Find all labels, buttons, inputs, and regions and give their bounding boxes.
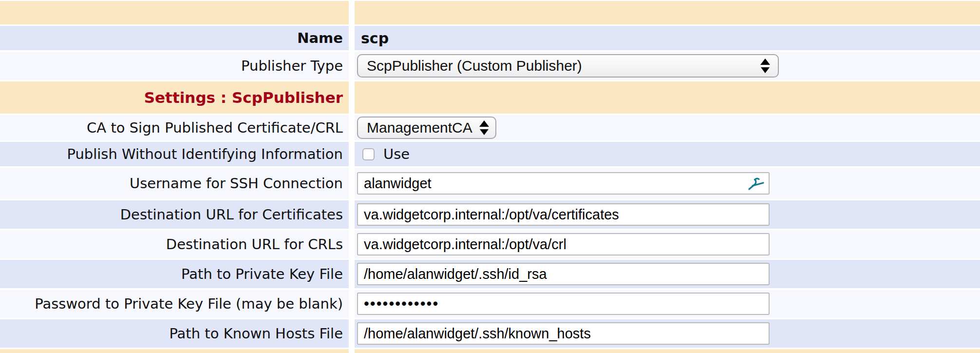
ca-to-sign-label: CA to Sign Published Certificate/CRL <box>0 115 349 140</box>
top-band <box>0 1 980 24</box>
crl-destination-url-label: Destination URL for CRLs <box>0 230 349 258</box>
row-crl-destination-url: Destination URL for CRLs <box>0 230 980 258</box>
ca-to-sign-selected-value: ManagementCA <box>367 119 472 136</box>
row-cert-destination-url: Destination URL for Certificates <box>0 200 980 229</box>
row-ssh-username: Username for SSH Connection <box>0 168 980 199</box>
settings-header-band: Settings : ScpPublisher <box>0 81 980 114</box>
publisher-edit-form: Name scp Publisher Type ScpPublisher (Cu… <box>0 0 980 353</box>
use-checkbox[interactable] <box>362 148 375 160</box>
private-key-path-label: Path to Private Key File <box>0 260 349 288</box>
publisher-type-label: Publisher Type <box>0 52 349 80</box>
ca-to-sign-select[interactable]: ManagementCA <box>357 117 496 139</box>
crl-destination-url-input[interactable] <box>357 233 770 255</box>
row-known-hosts-path: Path to Known Hosts File <box>0 319 980 348</box>
publisher-name-value: scp <box>361 30 389 47</box>
publish-without-identifying-info-label: Publish Without Identifying Information <box>0 142 349 166</box>
ssh-username-input[interactable] <box>357 172 770 195</box>
publisher-type-selected-value: ScpPublisher (Custom Publisher) <box>367 58 582 74</box>
ssh-username-label: Username for SSH Connection <box>0 168 349 199</box>
row-private-key-password: Password to Private Key File (may be bla… <box>0 290 980 318</box>
row-name: Name scp <box>0 26 980 50</box>
known-hosts-path-label: Path to Known Hosts File <box>0 319 349 348</box>
cert-destination-url-label: Destination URL for Certificates <box>0 200 349 229</box>
row-ca-to-sign: CA to Sign Published Certificate/CRL Man… <box>0 115 980 140</box>
publisher-type-select[interactable]: ScpPublisher (Custom Publisher) <box>357 54 779 78</box>
dashlane-autofill-icon <box>747 176 765 191</box>
row-publisher-type: Publisher Type ScpPublisher (Custom Publ… <box>0 52 980 80</box>
row-private-key-path: Path to Private Key File <box>0 260 980 288</box>
select-updown-arrows-icon <box>479 120 489 135</box>
select-updown-arrows-icon <box>760 59 770 73</box>
private-key-path-input[interactable] <box>357 263 770 285</box>
private-key-password-label: Password to Private Key File (may be bla… <box>0 290 349 318</box>
row-publish-without-identifying-info: Publish Without Identifying Information … <box>0 142 980 166</box>
private-key-password-input[interactable] <box>357 293 770 315</box>
bottom-band <box>0 349 980 353</box>
use-checkbox-label: Use <box>383 146 410 162</box>
name-label: Name <box>0 26 349 50</box>
known-hosts-path-input[interactable] <box>357 322 770 345</box>
settings-header-title: Settings : ScpPublisher <box>0 81 349 114</box>
cert-destination-url-input[interactable] <box>357 203 770 226</box>
